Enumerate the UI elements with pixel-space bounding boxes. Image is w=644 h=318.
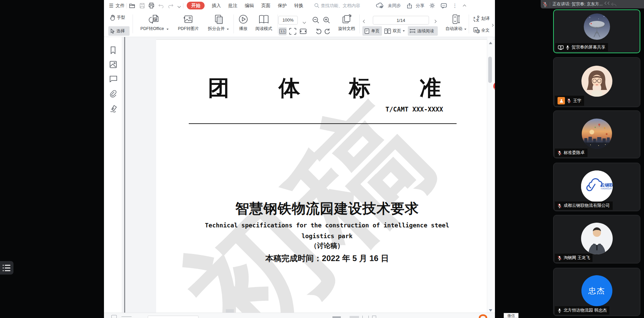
statusbar-dashes (121, 316, 132, 317)
fit-width-button[interactable] (299, 28, 307, 35)
print-icon[interactable] (146, 3, 156, 8)
panel-edge-line (124, 37, 125, 313)
scrollbar-thumb[interactable] (488, 57, 492, 83)
word-translate-button[interactable]: a文 划译 (473, 15, 493, 22)
pdf-to-image-icon (183, 14, 194, 25)
full-translate-button[interactable]: a文 全文 (473, 27, 493, 34)
statusbar-input[interactable] (148, 316, 199, 318)
rotate-doc-button[interactable]: 旋转文档 (335, 14, 358, 32)
statusbar-page-icon[interactable] (111, 315, 117, 318)
play-button[interactable]: 播放 (237, 14, 250, 32)
satellite-dish-avatar (584, 13, 610, 40)
mic-muted-icon (558, 151, 562, 155)
double-page-button[interactable]: 双页 (384, 26, 405, 36)
bookmark-icon[interactable] (109, 46, 117, 54)
zoom-out-button[interactable] (312, 16, 320, 24)
image-panel-icon[interactable] (109, 61, 117, 68)
participant-tile[interactable]: 王宇 (553, 57, 640, 107)
scroll-down-arrow[interactable] (489, 309, 492, 312)
statusbar-icon-fragment[interactable] (332, 316, 341, 318)
zoom-level-box[interactable]: 100% (278, 16, 298, 25)
double-page-icon (384, 28, 391, 34)
banner-collapse-icons[interactable] (605, 2, 616, 7)
select-tool-button[interactable]: 选择 (108, 26, 130, 36)
more-options-icon[interactable]: ⋮ (450, 3, 460, 9)
hand-tool-button[interactable]: 手型 (110, 15, 125, 21)
tab-edit[interactable]: 编辑 (241, 3, 257, 9)
tab-convert[interactable]: 转换 (290, 3, 307, 9)
vertical-scrollbar[interactable] (487, 37, 493, 313)
open-book-icon (258, 14, 270, 25)
pdf-to-office-button[interactable]: W PDF转Office (138, 14, 171, 32)
statusbar-icon-fragment[interactable] (350, 316, 359, 318)
open-file-icon[interactable] (127, 3, 138, 8)
more-commands-dropdown-icon[interactable] (175, 3, 183, 9)
participant-label: 北方恒达物流园 韩忠杰 (555, 306, 609, 315)
participant-tile[interactable]: 贺宗春的屏幕共享 (553, 9, 640, 53)
zoom-in-button[interactable] (323, 16, 331, 24)
svg-text:文: 文 (476, 19, 479, 22)
search-input[interactable]: 查找功能、文档内容 (321, 3, 367, 9)
next-page-button[interactable] (434, 18, 436, 24)
collapse-toolbar-icon[interactable] (460, 3, 469, 9)
single-page-icon (364, 28, 369, 34)
prev-page-button[interactable] (363, 18, 366, 24)
continuous-read-button[interactable]: 连续阅读 (408, 26, 438, 36)
auto-scroll-button[interactable]: 自动滚动 (444, 14, 468, 32)
rotate-left-button[interactable] (315, 28, 322, 35)
participant-tile[interactable]: 忠杰 北方恒达物流园 韩忠杰 (553, 268, 640, 316)
toolbar-overflow-icon[interactable] (491, 22, 493, 28)
participant-name: 王宇 (573, 98, 581, 104)
tab-protect[interactable]: 保护 (274, 3, 290, 9)
pdf-to-image-button[interactable]: PDF转图片 (174, 14, 203, 32)
participant-tile[interactable]: 淘钢网 王龙飞 (553, 215, 640, 263)
tab-page[interactable]: 页面 (257, 3, 274, 9)
attachment-icon[interactable] (109, 90, 117, 97)
page-number-input[interactable] (373, 16, 429, 25)
share-label[interactable]: 分享 (414, 3, 426, 9)
tab-home[interactable]: 开始 (187, 2, 205, 9)
single-page-button[interactable]: 单页 (362, 26, 382, 36)
participant-label: 成都云钢联物流有限公司 (555, 201, 613, 210)
mic-on-icon (558, 308, 562, 313)
scroll-up-arrow[interactable] (489, 42, 492, 44)
undo-icon[interactable] (156, 3, 166, 8)
tab-insert[interactable]: 插入 (208, 3, 224, 9)
viewport-corner-tab (226, 309, 234, 313)
auto-scroll-icon (452, 14, 460, 25)
tab-comment[interactable]: 批注 (224, 3, 241, 9)
statusbar-doc-icon[interactable] (372, 316, 376, 318)
zoom-level-dropdown-icon[interactable] (303, 19, 306, 25)
svg-text:a: a (473, 16, 475, 19)
redo-icon[interactable] (166, 3, 175, 8)
woman-illustration-avatar (581, 66, 612, 97)
actual-size-button[interactable]: 1:1 (279, 27, 287, 35)
save-icon[interactable] (138, 3, 146, 8)
read-mode-label: 阅读模式 (255, 26, 272, 31)
meeting-list-button[interactable] (0, 261, 13, 275)
continuous-read-label: 连续阅读 (417, 28, 434, 34)
comment-panel-icon[interactable] (109, 75, 117, 83)
dropdown-caret-icon (167, 29, 169, 30)
fit-page-button[interactable] (289, 28, 296, 35)
menu-file[interactable]: 文件 (113, 3, 127, 9)
participant-label: 王宇 (555, 96, 584, 106)
cloud-sync-icon[interactable] (367, 3, 386, 8)
hamburger-menu-icon[interactable]: ☰ (109, 3, 113, 9)
left-tool-sidebar (104, 37, 122, 313)
speaking-banner[interactable]: 正在讲话: 贺宗春; 京东方... (541, 0, 644, 8)
doc-rule-line (189, 123, 457, 124)
sync-status-label[interactable]: 未同步 (386, 3, 403, 9)
document-viewport[interactable]: 初稿 团 体 标 准 T/CAMT XXX-XXXX 智慧钢铁物流园建设技术要求… (122, 37, 495, 313)
rotate-right-button[interactable] (324, 28, 331, 35)
share-icon[interactable] (403, 3, 414, 8)
settings-gear-icon[interactable] (426, 3, 438, 8)
read-mode-button[interactable]: 阅读模式 (252, 14, 276, 32)
participant-tile[interactable]: 云钢联YUNGANGLIAN 成都云钢联物流有限公司 (553, 163, 640, 211)
auto-scroll-label: 自动滚动 (445, 26, 462, 31)
stamp-sign-icon[interactable] (109, 104, 117, 112)
feedback-chat-icon[interactable] (438, 3, 450, 8)
participant-tile[interactable]: 标准委陈卓 (553, 110, 640, 158)
split-merge-button[interactable]: 拆分合并 (205, 14, 232, 32)
statusbar-bracket-icon[interactable] (362, 316, 369, 318)
